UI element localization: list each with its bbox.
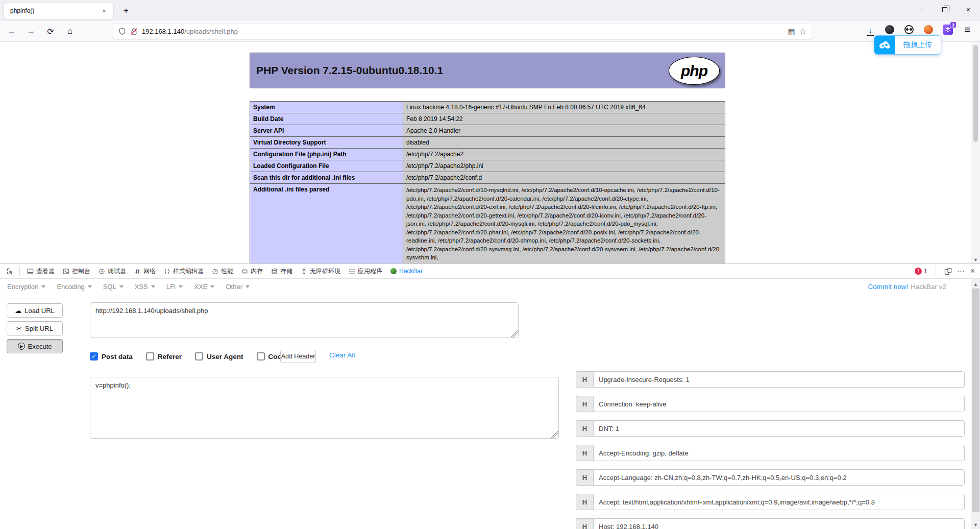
error-badge[interactable]: ! 1 (915, 268, 927, 275)
header-input[interactable] (593, 518, 965, 529)
checkbox-checked-icon: ✓ (90, 352, 98, 360)
menu-hamburger-icon[interactable]: ≡ (962, 24, 973, 35)
add-header-button[interactable]: Add Header (280, 350, 316, 363)
devtools-tab-console[interactable]: 控制台 (59, 264, 94, 278)
commit-now-link[interactable]: Commit now! (868, 283, 908, 291)
close-window-button[interactable]: × (957, 0, 980, 19)
table-row: Build DateFeb 8 2019 14:54:22 (250, 113, 725, 125)
menu-xxe[interactable]: XXE (194, 283, 214, 291)
scroll-down-arrow[interactable]: ▼ (971, 256, 980, 263)
accessibility-icon (301, 268, 307, 275)
qr-code-icon[interactable]: ▦ (788, 27, 795, 36)
pick-element-icon[interactable] (3, 265, 16, 277)
back-button[interactable]: ← (4, 23, 19, 39)
tab-phpinfo[interactable]: phpinfo() × (4, 3, 113, 19)
devtools-tab-memory[interactable]: 内存 (237, 264, 267, 278)
header-input[interactable] (593, 469, 965, 486)
header-input[interactable] (593, 371, 965, 388)
url-bar[interactable]: 192.168.1.140/uploads/shell.php ▦ ☆ (113, 23, 812, 39)
header-input[interactable] (593, 396, 965, 412)
devtools-tab-debugger[interactable]: 调试器 (94, 264, 130, 278)
menu-other[interactable]: Other (226, 283, 250, 291)
table-row: Loaded Configuration File/etc/php/7.2/ap… (250, 160, 725, 172)
extension-mask-icon[interactable] (903, 24, 915, 35)
scroll-down-arrow[interactable]: ▼ (971, 521, 980, 528)
shield-icon[interactable] (118, 28, 126, 35)
menu-xss[interactable]: XSS (135, 283, 155, 291)
storage-icon (271, 268, 278, 275)
table-row: Server APIApache 2.0 Handler (250, 125, 725, 137)
bookmark-star-icon[interactable]: ☆ (799, 27, 806, 36)
phpinfo-title: PHP Version 7.2.15-0ubuntu0.18.10.1 (256, 64, 443, 77)
devtools-menu-icon[interactable]: ⋯ (957, 267, 965, 276)
scissors-icon: ✂ (16, 325, 22, 332)
devtools-tab-hackbar[interactable]: HackBar (386, 264, 427, 278)
devtools-tab-accessibility[interactable]: 无障碍环境 (297, 264, 345, 278)
tab-title: phpinfo() (10, 7, 99, 14)
baidu-drag-upload-widget[interactable]: 拖拽上传 (874, 35, 941, 55)
url-input[interactable]: http://192.168.1.140/uploads/shell.php (90, 302, 519, 338)
insecure-lock-icon[interactable] (130, 28, 138, 35)
execute-button[interactable]: ▶ Execute (7, 339, 63, 353)
menu-encoding[interactable]: Encoding (57, 283, 91, 291)
extension-ball-icon[interactable] (923, 24, 934, 35)
devtools-tab-performance[interactable]: 性能 (208, 264, 237, 278)
phpinfo-container: PHP Version 7.2.15-0ubuntu0.18.10.1 php … (250, 42, 725, 263)
reload-button[interactable]: ⟳ (43, 23, 58, 39)
minimize-button[interactable]: − (910, 0, 933, 19)
devtools-tab-inspector[interactable]: 查看器 (23, 264, 59, 278)
toolbar-separator (19, 267, 20, 276)
devtools-scrollbar[interactable]: ▲ ▼ (971, 279, 980, 529)
devtools-scrollbar-thumb[interactable] (972, 288, 979, 512)
menu-sql[interactable]: SQL (103, 283, 124, 291)
new-tab-button[interactable]: + (119, 4, 133, 17)
table-row: SystemLinux hackme 4.18.0-16-generic #17… (250, 102, 725, 113)
tab-close-icon[interactable]: × (99, 6, 109, 16)
post-data-input[interactable]: v=phpinfo(); (90, 377, 559, 439)
checkbox-referer[interactable]: Referer (146, 352, 182, 360)
table-row: Additional .ini files parsed/etc/php/7.2… (250, 184, 725, 264)
devtools-tab-style-editor[interactable]: 样式编辑器 (160, 264, 208, 278)
header-row: H (576, 518, 965, 529)
toolbar-extensions: ↓ 3 ≡ (865, 24, 973, 35)
error-icon: ! (915, 268, 922, 275)
devtools-panel: 查看器 控制台 调试器 网络 样式编辑器 性能 (0, 263, 980, 529)
devtools-close-icon[interactable]: × (970, 267, 975, 276)
header-input[interactable] (593, 445, 965, 461)
header-input[interactable] (593, 494, 965, 510)
home-button[interactable]: ⌂ (62, 23, 78, 39)
scroll-up-arrow[interactable]: ▲ (971, 280, 980, 288)
checkbox-post-data[interactable]: ✓Post data (90, 352, 133, 360)
devtools-toolbar: 查看器 控制台 调试器 网络 样式编辑器 性能 (0, 264, 980, 279)
hackbar-panel: Encryption Encoding SQL XSS LFI XXE Othe… (0, 279, 980, 529)
url-text[interactable]: 192.168.1.140/uploads/shell.php (142, 28, 783, 35)
forward-button[interactable]: → (23, 23, 39, 39)
clear-all-link[interactable]: Clear All (329, 351, 355, 359)
hackbar-icon (390, 268, 397, 274)
split-url-button[interactable]: ✂ Split URL (7, 321, 63, 335)
header-row: H (576, 494, 965, 510)
header-row: H (576, 396, 965, 412)
header-prefix: H (576, 469, 593, 486)
page-scrollbar[interactable]: ▼ (971, 42, 980, 263)
checkbox-user-agent[interactable]: User Agent (195, 352, 243, 360)
inspector-icon (27, 268, 34, 275)
menu-lfi[interactable]: LFI (166, 283, 183, 291)
extension-purple-icon[interactable]: 3 (942, 24, 953, 35)
header-prefix: H (576, 494, 593, 510)
memory-icon (241, 268, 248, 275)
extension-dark-icon[interactable] (884, 24, 895, 35)
devtools-tab-network[interactable]: 网络 (130, 264, 160, 278)
chevron-down-icon (41, 285, 45, 288)
chevron-down-icon (246, 285, 250, 288)
menu-encryption[interactable]: Encryption (7, 283, 45, 291)
restore-button[interactable] (933, 0, 957, 19)
devtools-tab-storage[interactable]: 存储 (267, 264, 297, 278)
page-scrollbar-thumb[interactable] (973, 45, 978, 142)
hackbar-menubar: Encryption Encoding SQL XSS LFI XXE Othe… (0, 279, 971, 294)
load-url-button[interactable]: ☁ Load URL (7, 303, 63, 318)
responsive-mode-icon[interactable] (944, 268, 952, 275)
header-input[interactable] (593, 420, 965, 437)
devtools-tab-application[interactable]: 应用程序 (345, 264, 386, 278)
downloads-icon[interactable]: ↓ (865, 24, 876, 35)
